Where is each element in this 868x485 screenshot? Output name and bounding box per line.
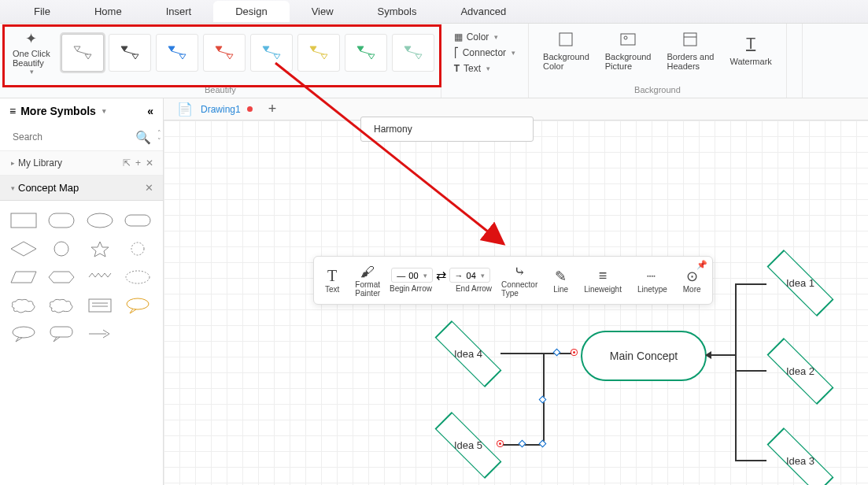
text-icon: T [454, 63, 460, 74]
endpoint-1[interactable] [571, 350, 577, 355]
connector-menu[interactable]: ⎡Connector▾ [454, 47, 515, 58]
tab-advanced[interactable]: Advanced [438, 1, 528, 22]
color-grid-icon: ▦ [454, 31, 463, 43]
scroll-down-button[interactable]: ˅ [157, 137, 161, 145]
harmony-tooltip: Harmony [360, 117, 534, 142]
text-menu[interactable]: TText▾ [454, 63, 515, 74]
end-arrow-select[interactable]: →04▾ [449, 268, 490, 283]
ft-more[interactable]: ⊙More [677, 266, 707, 295]
more-symbols-label: More Symbols [20, 105, 96, 117]
connector-selected-h1[interactable] [500, 353, 574, 354]
node-idea3[interactable]: Idea 3 [765, 439, 836, 483]
close-concept-icon[interactable]: ✕ [145, 182, 153, 194]
bg-picture-button[interactable]: Background Picture [597, 27, 659, 74]
tab-home[interactable]: Home [72, 1, 144, 22]
end-arrow-label: End Arrow [456, 284, 492, 293]
shape-star[interactable] [84, 237, 116, 261]
shape-burst[interactable] [122, 237, 153, 261]
search-input[interactable] [8, 127, 135, 147]
scroll-up-button[interactable]: ˄ [157, 129, 161, 137]
svg-rect-17 [50, 327, 72, 337]
watermark-button[interactable]: TWatermark [722, 27, 779, 74]
shape-speech1[interactable] [8, 322, 39, 346]
node-idea2[interactable]: Idea 2 [765, 350, 836, 393]
ft-text[interactable]: TText [319, 266, 345, 295]
tab-symbols[interactable]: Symbols [356, 1, 439, 22]
one-click-beautify[interactable]: ✦ One Click Beautify ▾ [6, 30, 57, 76]
ft-line[interactable]: ✎Line [547, 266, 574, 295]
text-tool-icon: T [327, 268, 337, 285]
sidebar: ≡More Symbols▾ « 🔍 ˄ ˅ ▸My Library ⇱ + ✕… [0, 98, 164, 485]
unsaved-dot-icon [247, 106, 253, 112]
shapes-palette [0, 201, 163, 354]
shape-roundrect[interactable] [46, 209, 77, 232]
my-library-label[interactable]: My Library [18, 157, 62, 168]
theme-4[interactable] [203, 34, 246, 72]
svg-point-9 [54, 242, 68, 256]
shape-parallelogram[interactable] [8, 265, 39, 289]
theme-2[interactable] [109, 34, 151, 72]
watermark-icon: T [746, 35, 755, 54]
svg-point-7 [87, 213, 113, 228]
shape-pill[interactable] [122, 209, 153, 232]
ft-linetype[interactable]: ┈Linetype [631, 266, 674, 295]
pin-icon[interactable]: 📌 [696, 260, 707, 270]
theme-6[interactable] [297, 34, 340, 72]
sparkle-icon: ✦ [25, 30, 37, 47]
shape-note[interactable] [84, 294, 116, 317]
theme-5[interactable] [250, 34, 293, 72]
connector-to-idea2 [735, 370, 766, 372]
ft-format-painter[interactable]: 🖌Format Painter [349, 261, 386, 299]
new-tab-button[interactable]: + [260, 101, 285, 117]
tab-design[interactable]: Design [213, 1, 289, 22]
ft-connector-type[interactable]: ⤷Connector Type [495, 261, 544, 299]
color-menu[interactable]: ▦Color▾ [454, 31, 515, 43]
shape-cloud2[interactable] [46, 294, 77, 317]
shape-speech-yellow[interactable] [122, 294, 153, 317]
connector-icon: ⎡ [454, 47, 459, 58]
endpoint-2[interactable] [497, 441, 503, 446]
borders-headers-button[interactable]: Borders and Headers [659, 27, 722, 74]
search-icon[interactable]: 🔍 [135, 130, 151, 145]
bg-color-button[interactable]: Background Color [535, 27, 597, 74]
floating-toolbar: TText 🖌Format Painter —00▾ ⇄ →04▾ Begin … [313, 256, 713, 305]
shape-arrow[interactable] [84, 322, 116, 346]
theme-3[interactable] [156, 34, 198, 72]
begin-arrow-label: Begin Arrow [390, 284, 432, 293]
tab-view[interactable]: View [290, 1, 356, 22]
svg-point-16 [13, 327, 35, 338]
concept-map-label[interactable]: Concept Map [18, 182, 79, 194]
node-idea5[interactable]: Idea 5 [433, 424, 504, 467]
shape-rect[interactable] [8, 209, 39, 232]
shape-circle[interactable] [46, 237, 77, 261]
svg-point-11 [126, 271, 150, 283]
svg-rect-1 [621, 34, 635, 45]
shape-spiky[interactable] [84, 265, 116, 289]
svg-point-15 [127, 298, 149, 309]
theme-7[interactable] [345, 34, 387, 72]
shape-hexagon[interactable] [46, 265, 77, 289]
node-idea4[interactable]: Idea 4 [433, 332, 504, 376]
tab-file[interactable]: File [12, 1, 72, 22]
tab-insert[interactable]: Insert [144, 1, 214, 22]
node-main-concept[interactable]: Main Concept [581, 331, 707, 381]
svg-point-10 [131, 242, 144, 255]
theme-1[interactable] [61, 34, 104, 72]
shape-speech2[interactable] [46, 322, 77, 346]
shape-ellipse[interactable] [84, 209, 116, 232]
shape-diamond[interactable] [8, 237, 39, 261]
collapse-sidebar-button[interactable]: « [147, 105, 153, 117]
main-tabs: File Home Insert Design View Symbols Adv… [0, 0, 868, 24]
export-icon[interactable]: ⇱ [123, 157, 131, 168]
begin-arrow-select[interactable]: —00▾ [391, 268, 432, 283]
theme-8[interactable] [392, 34, 434, 72]
swap-arrows-icon[interactable]: ⇄ [436, 268, 446, 283]
node-idea1[interactable]: Idea 1 [765, 261, 836, 305]
ft-lineweight[interactable]: ≡Lineweight [578, 266, 628, 295]
doc-tab-drawing1[interactable]: Drawing1 [193, 101, 260, 118]
lineweight-icon: ≡ [599, 268, 608, 285]
close-lib-icon[interactable]: ✕ [146, 157, 153, 168]
add-icon[interactable]: + [135, 157, 141, 168]
shape-dashed-ellipse[interactable] [122, 265, 153, 289]
shape-cloud1[interactable] [8, 294, 39, 317]
